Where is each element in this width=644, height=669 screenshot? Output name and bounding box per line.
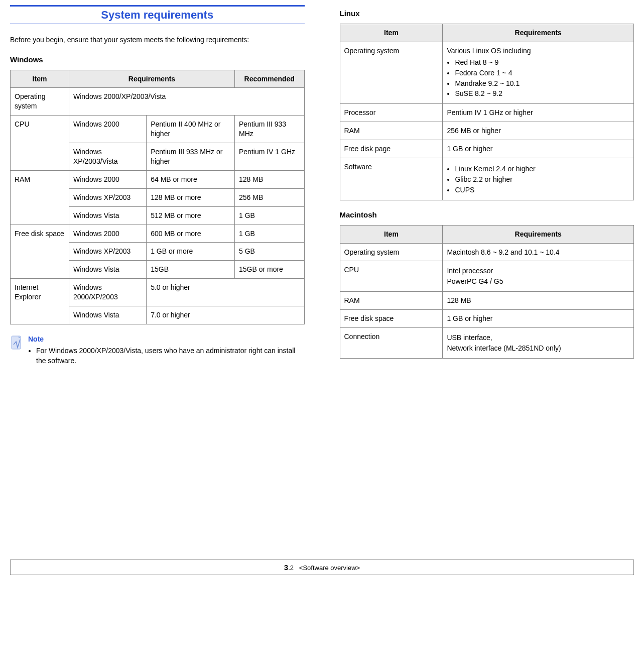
list-item: Red Hat 8 ~ 9 <box>455 58 629 67</box>
th-requirements: Requirements <box>443 225 634 243</box>
table-cell: Intel processor PowerPC G4 / G5 <box>443 261 634 292</box>
table-cell: 15GB <box>147 261 235 279</box>
list-item: Linux Kernel 2.4 or higher <box>455 164 629 174</box>
table-cell: Internet Explorer <box>11 279 69 324</box>
table-cell: Windows 2000 <box>69 116 146 143</box>
linux-heading: Linux <box>340 9 634 18</box>
list-item: SuSE 8.2 ~ 9.2 <box>455 89 629 98</box>
table-cell: 5 GB <box>234 243 304 261</box>
table-cell: 128 MB or more <box>147 188 235 206</box>
table-cell: RAM <box>11 170 69 225</box>
table-cell: Windows 2000 <box>69 225 146 243</box>
table-cell: 15GB or more <box>234 261 304 279</box>
table-cell: Windows XP/2003 <box>69 243 146 261</box>
footer-chapter: 3 <box>284 563 288 572</box>
table-cell: 256 MB <box>234 188 304 206</box>
table-cell: 1 GB <box>234 225 304 243</box>
table-cell: 7.0 or higher <box>147 306 304 324</box>
cpu-line2: PowerPC G4 / G5 <box>447 277 629 286</box>
conn-line1: USB interface, <box>447 333 629 343</box>
table-cell: Windows 2000 <box>69 170 146 188</box>
linux-os-intro: Various Linux OS including <box>447 47 531 55</box>
th-requirements: Requirements <box>443 24 634 42</box>
table-cell: 512 MB or more <box>147 206 235 225</box>
table-cell: 1 GB or higher <box>443 310 634 328</box>
table-cell: CPU <box>11 116 69 171</box>
table-cell: 64 MB or more <box>147 170 235 188</box>
table-cell: Linux Kernel 2.4 or higher Glibc 2.2 or … <box>443 158 634 200</box>
table-cell: Operating system <box>340 243 443 261</box>
table-cell: Windows 2000/XP/2003/Vista <box>69 88 304 116</box>
table-cell: Operating system <box>11 88 69 116</box>
table-cell: Operating system <box>340 42 443 103</box>
th-item: Item <box>11 70 69 88</box>
list-item: Fedora Core 1 ~ 4 <box>455 68 629 78</box>
table-cell: Processor <box>340 104 443 122</box>
table-cell: Various Linux OS including Red Hat 8 ~ 9… <box>443 42 634 103</box>
footer-label: <Software overview> <box>299 564 360 572</box>
table-cell: Software <box>340 158 443 200</box>
th-requirements: Requirements <box>69 70 234 88</box>
table-cell: Macintosh 8.6 ~ 9.2 and 10.1 ~ 10.4 <box>443 243 634 261</box>
list-item: CUPS <box>455 185 629 195</box>
windows-table: Item Requirements Recommended Operating … <box>10 70 305 324</box>
section-title: System requirements <box>10 5 305 24</box>
note-icon <box>10 334 24 353</box>
windows-heading: Windows <box>10 55 305 64</box>
table-cell: Free disk page <box>340 140 443 158</box>
cpu-line1: Intel processor <box>447 266 629 276</box>
note-bullet: For Windows 2000/XP/2003/Vista, users wh… <box>36 346 305 366</box>
macintosh-table: Item Requirements Operating system Macin… <box>340 225 634 359</box>
table-cell: Pentium II 400 MHz or higher <box>147 116 235 143</box>
table-cell: Windows Vista <box>69 206 146 225</box>
table-cell: Pentium III 933 MHz <box>234 116 304 143</box>
table-cell: Windows Vista <box>69 306 146 324</box>
table-cell: Windows XP/2003/Vista <box>69 143 146 171</box>
table-cell: CPU <box>340 261 443 292</box>
th-recommended: Recommended <box>234 70 304 88</box>
th-item: Item <box>340 24 443 42</box>
table-cell: Windows 2000/XP/2003 <box>69 279 146 306</box>
note-title: Note <box>28 335 44 343</box>
list-item: Mandrake 9.2 ~ 10.1 <box>455 79 629 88</box>
table-cell: RAM <box>340 292 443 310</box>
table-cell: RAM <box>340 122 443 140</box>
table-cell: Free disk space <box>340 310 443 328</box>
table-cell: 128 MB <box>443 292 634 310</box>
note-block: Note For Windows 2000/XP/2003/Vista, use… <box>10 334 305 367</box>
table-cell: 600 MB or more <box>147 225 235 243</box>
th-item: Item <box>340 225 443 243</box>
table-cell: 1 GB or higher <box>443 140 634 158</box>
table-cell: Pentium IV 1 GHz or higher <box>443 104 634 122</box>
intro-text: Before you begin, ensure that your syste… <box>10 35 305 45</box>
linux-table: Item Requirements Operating system Vario… <box>340 24 634 200</box>
table-cell: Windows XP/2003 <box>69 188 146 206</box>
table-cell: USB interface, Network interface (ML-285… <box>443 328 634 359</box>
conn-line2: Network interface (ML-2851ND only) <box>447 344 629 353</box>
table-cell: Connection <box>340 328 443 359</box>
macintosh-heading: Macintosh <box>340 210 634 219</box>
table-cell: 1 GB or more <box>147 243 235 261</box>
table-cell: Pentium IV 1 GHz <box>234 143 304 171</box>
list-item: Glibc 2.2 or higher <box>455 175 629 184</box>
table-cell: 1 GB <box>234 206 304 225</box>
table-cell: 128 MB <box>234 170 304 188</box>
table-cell: Pentium III 933 MHz or higher <box>147 143 235 171</box>
table-cell: 256 MB or higher <box>443 122 634 140</box>
table-cell: Free disk space <box>11 225 69 279</box>
page-footer: 3.2 <Software overview> <box>10 560 634 575</box>
table-cell: Windows Vista <box>69 261 146 279</box>
footer-page: .2 <box>288 564 294 572</box>
table-cell: 5.0 or higher <box>147 279 304 306</box>
